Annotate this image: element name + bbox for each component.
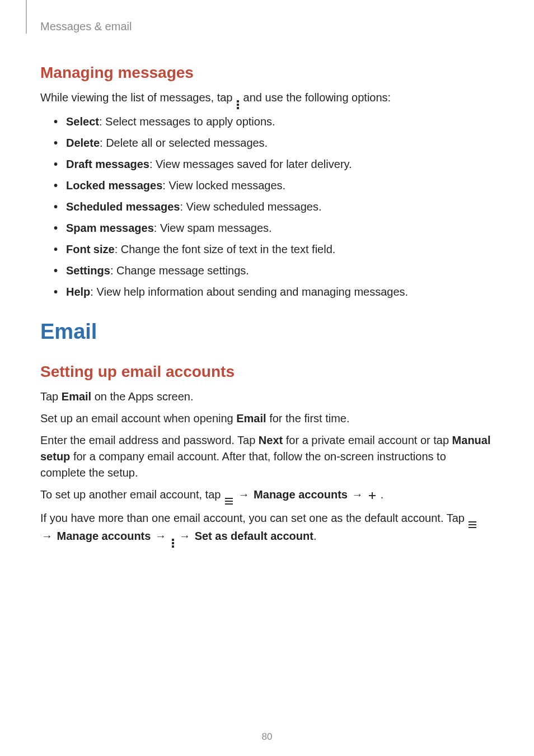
option-term: Select <box>66 115 99 128</box>
text: on the Apps screen. <box>91 390 193 403</box>
option-desc: : View help information about sending an… <box>90 286 408 298</box>
bold-text: Manage accounts <box>254 488 348 501</box>
list-item: Scheduled messages: View scheduled messa… <box>54 198 494 216</box>
text: To set up another email account, tap <box>40 488 224 501</box>
breadcrumb: Messages & email <box>40 20 494 33</box>
text: . <box>313 530 317 542</box>
list-item: Locked messages: View locked messages. <box>54 176 494 194</box>
option-desc: : Change the font size of text in the te… <box>115 243 336 255</box>
list-item: Help: View help information about sendin… <box>54 283 494 301</box>
bold-text: Set as default account <box>195 530 313 542</box>
intro-text-pre: While viewing the list of messages, tap <box>40 91 236 104</box>
option-term: Font size <box>66 243 115 255</box>
list-item: Spam messages: View spam messages. <box>54 219 494 237</box>
section-subheading-setting-up-email: Setting up email accounts <box>40 363 494 381</box>
bold-text: Email <box>236 412 266 424</box>
section-heading-managing-messages: Managing messages <box>40 64 494 82</box>
email-p3: Enter the email address and password. Ta… <box>40 432 494 481</box>
option-desc: : View locked messages. <box>162 179 285 192</box>
list-item: Settings: Change message settings. <box>54 262 494 279</box>
option-desc: : Delete all or selected messages. <box>100 137 268 149</box>
text: for a private email account or tap <box>283 434 452 446</box>
options-list: Select: Select messages to apply options… <box>54 113 494 301</box>
option-term: Settings <box>66 264 110 277</box>
more-options-icon <box>172 539 174 548</box>
list-item: Select: Select messages to apply options… <box>54 113 494 130</box>
option-term: Draft messages <box>66 158 149 170</box>
email-p1: Tap Email on the Apps screen. <box>40 389 494 405</box>
list-item: Delete: Delete all or selected messages. <box>54 134 494 152</box>
arrow-icon: → <box>179 528 190 544</box>
option-term: Locked messages <box>66 179 162 192</box>
menu-icon <box>225 498 233 505</box>
email-p2: Set up an email account when opening Ema… <box>40 410 494 427</box>
intro-paragraph: While viewing the list of messages, tap … <box>40 90 494 109</box>
intro-text-post: and use the following options: <box>243 91 391 104</box>
section-heading-email: Email <box>40 320 494 344</box>
page-number: 80 <box>0 731 534 743</box>
list-item: Font size: Change the font size of text … <box>54 240 494 258</box>
bold-text: Next <box>259 434 283 446</box>
option-term: Help <box>66 286 90 298</box>
header-divider <box>26 0 27 34</box>
menu-icon <box>469 521 476 528</box>
option-desc: : View spam messages. <box>154 222 272 234</box>
option-desc: : View scheduled messages. <box>180 200 321 213</box>
bold-text: Manage accounts <box>57 530 151 542</box>
option-desc: : Select messages to apply options. <box>99 115 275 128</box>
text: for the first time. <box>266 412 350 424</box>
bold-text: Email <box>62 390 91 403</box>
option-term: Spam messages <box>66 222 154 234</box>
text: If you have more than one email account,… <box>40 512 467 524</box>
option-desc: : Change message settings. <box>110 264 249 277</box>
email-p5: If you have more than one email account,… <box>40 510 494 548</box>
arrow-icon: → <box>155 528 166 544</box>
list-item: Draft messages: View messages saved for … <box>54 155 494 173</box>
text: Enter the email address and password. Ta… <box>40 434 259 446</box>
option-desc: : View messages saved for later delivery… <box>149 158 352 170</box>
email-p4: To set up another email account, tap → M… <box>40 487 494 505</box>
text: for a company email account. After that,… <box>40 450 446 479</box>
plus-icon <box>368 492 376 500</box>
text: . <box>381 488 384 501</box>
arrow-icon: → <box>41 528 53 544</box>
option-term: Scheduled messages <box>66 200 180 213</box>
more-options-icon <box>237 100 239 109</box>
option-term: Delete <box>66 137 100 149</box>
arrow-icon: → <box>238 487 250 503</box>
text: Set up an email account when opening <box>40 412 236 424</box>
arrow-icon: → <box>352 487 363 503</box>
text: Tap <box>40 390 62 403</box>
